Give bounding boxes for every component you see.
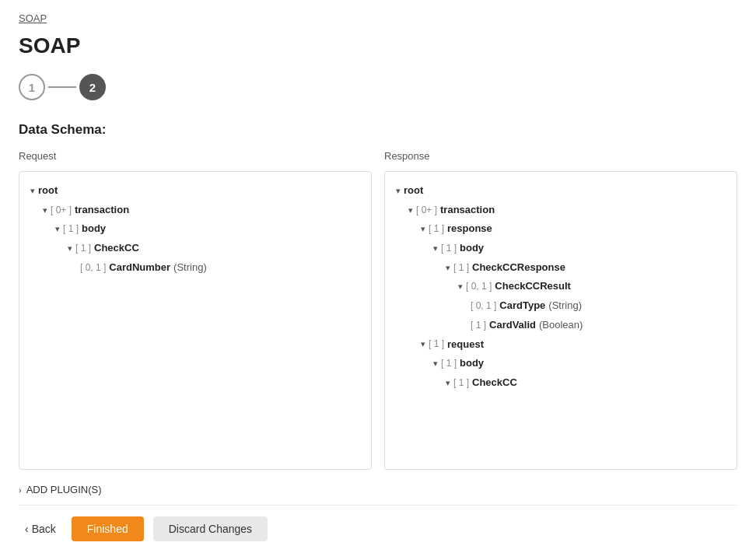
list-item: [ 0, 1 ] CardNumber (String) bbox=[30, 258, 360, 278]
node-label: CardNumber bbox=[109, 258, 170, 278]
request-panel: ▾ root ▾ [ 0+ ] transaction ▾ [ 1 ] body bbox=[19, 171, 372, 470]
bracket-label: [ 1 ] bbox=[453, 259, 469, 277]
list-item: ▾ [ 1 ] CheckCC bbox=[30, 239, 360, 258]
type-label: (String) bbox=[548, 296, 582, 316]
node-label: CheckCC bbox=[472, 373, 517, 393]
chevron-down-icon[interactable]: ▾ bbox=[408, 202, 413, 219]
chevron-right-icon: › bbox=[19, 485, 22, 495]
bracket-label: [ 0, 1 ] bbox=[471, 297, 496, 315]
bracket-label: [ 1 ] bbox=[429, 335, 444, 353]
node-label: root bbox=[404, 181, 423, 201]
chevron-down-icon[interactable]: ▾ bbox=[43, 202, 47, 219]
back-label: Back bbox=[32, 523, 56, 535]
bottom-bar: ‹ Back Finished Discard Changes bbox=[19, 505, 737, 548]
back-chevron-icon: ‹ bbox=[25, 523, 29, 535]
chevron-down-icon[interactable]: ▾ bbox=[396, 183, 401, 199]
type-label: (String) bbox=[173, 258, 207, 278]
bracket-label: [ 1 ] bbox=[471, 317, 486, 334]
node-label: transaction bbox=[440, 201, 495, 220]
back-button[interactable]: ‹ Back bbox=[19, 523, 62, 535]
list-item: ▾ [ 1 ] body bbox=[396, 354, 726, 373]
list-item: [ 1 ] CardValid (Boolean) bbox=[396, 316, 726, 335]
chevron-down-icon[interactable]: ▾ bbox=[421, 336, 425, 352]
chevron-down-icon[interactable]: ▾ bbox=[446, 260, 450, 276]
request-panel-label: Request bbox=[19, 150, 372, 162]
steps-row: 1 2 bbox=[19, 74, 737, 100]
step-2[interactable]: 2 bbox=[79, 74, 106, 100]
response-panel-wrapper: Response ▾ root ▾ [ 0+ ] transaction ▾ [… bbox=[384, 150, 737, 470]
page-container: SOAP SOAP 1 2 Data Schema: Request ▾ roo… bbox=[0, 0, 756, 560]
section-heading: Data Schema: bbox=[19, 122, 737, 138]
node-label: root bbox=[38, 181, 58, 201]
bracket-label: [ 1 ] bbox=[441, 240, 457, 257]
node-label: request bbox=[447, 335, 484, 355]
node-label: CardValid bbox=[489, 316, 536, 335]
bracket-label: [ 1 ] bbox=[63, 220, 79, 238]
list-item: ▾ root bbox=[30, 181, 360, 201]
node-label: transaction bbox=[75, 201, 129, 220]
chevron-down-icon[interactable]: ▾ bbox=[433, 355, 438, 372]
request-panel-wrapper: Request ▾ root ▾ [ 0+ ] transaction ▾ [ … bbox=[19, 150, 372, 470]
bracket-label: [ 0+ ] bbox=[51, 201, 72, 219]
bracket-label: [ 1 ] bbox=[429, 220, 444, 238]
discard-button[interactable]: Discard Changes bbox=[153, 516, 268, 541]
schema-panels: Request ▾ root ▾ [ 0+ ] transaction ▾ [ … bbox=[19, 150, 737, 470]
node-label: body bbox=[460, 239, 484, 258]
node-label: body bbox=[82, 219, 106, 239]
step-1[interactable]: 1 bbox=[19, 74, 45, 100]
node-label: CheckCC bbox=[94, 239, 139, 258]
chevron-down-icon[interactable]: ▾ bbox=[433, 240, 438, 257]
add-plugin-label: ADD PLUGIN(S) bbox=[26, 484, 102, 495]
response-panel: ▾ root ▾ [ 0+ ] transaction ▾ [ 1 ] resp… bbox=[384, 171, 737, 470]
chevron-down-icon[interactable]: ▾ bbox=[446, 375, 450, 391]
bracket-label: [ 0, 1 ] bbox=[80, 259, 106, 277]
list-item: ▾ [ 0+ ] transaction bbox=[30, 201, 360, 220]
list-item: ▾ root bbox=[396, 181, 726, 201]
bracket-label: [ 1 ] bbox=[441, 355, 457, 373]
breadcrumb[interactable]: SOAP bbox=[19, 12, 737, 24]
chevron-down-icon[interactable]: ▾ bbox=[55, 221, 60, 237]
request-tree: ▾ root ▾ [ 0+ ] transaction ▾ [ 1 ] body bbox=[19, 172, 371, 286]
chevron-down-icon[interactable]: ▾ bbox=[68, 240, 72, 257]
list-item: ▾ [ 1 ] CheckCC bbox=[396, 373, 726, 393]
bracket-label: [ 0, 1 ] bbox=[466, 278, 492, 296]
list-item: ▾ [ 1 ] request bbox=[396, 335, 726, 355]
type-label: (Boolean) bbox=[539, 316, 583, 335]
node-label: CheckCCResult bbox=[495, 277, 571, 296]
add-plugin-row[interactable]: › ADD PLUGIN(S) bbox=[19, 484, 737, 495]
chevron-down-icon[interactable]: ▾ bbox=[421, 221, 425, 237]
bracket-label: [ 1 ] bbox=[453, 374, 469, 392]
step-1-label: 1 bbox=[29, 81, 35, 94]
list-item: ▾ [ 1 ] CheckCCResponse bbox=[396, 258, 726, 278]
list-item: ▾ [ 0, 1 ] CheckCCResult bbox=[396, 277, 726, 296]
bracket-label: [ 1 ] bbox=[75, 240, 91, 257]
node-label: response bbox=[447, 219, 492, 239]
list-item: [ 0, 1 ] CardType (String) bbox=[396, 296, 726, 316]
response-panel-label: Response bbox=[384, 150, 737, 162]
node-label: body bbox=[460, 354, 484, 373]
list-item: ▾ [ 0+ ] transaction bbox=[396, 201, 726, 220]
step-connector bbox=[48, 86, 76, 88]
finished-button[interactable]: Finished bbox=[72, 516, 144, 541]
node-label: CheckCCResponse bbox=[472, 258, 565, 278]
response-tree: ▾ root ▾ [ 0+ ] transaction ▾ [ 1 ] resp… bbox=[385, 172, 737, 397]
list-item: ▾ [ 1 ] body bbox=[30, 219, 360, 239]
step-2-label: 2 bbox=[89, 81, 96, 94]
page-title: SOAP bbox=[19, 33, 737, 58]
list-item: ▾ [ 1 ] response bbox=[396, 219, 726, 239]
bracket-label: [ 0+ ] bbox=[416, 201, 437, 219]
list-item: ▾ [ 1 ] body bbox=[396, 239, 726, 258]
node-label: CardType bbox=[499, 296, 545, 316]
chevron-down-icon[interactable]: ▾ bbox=[30, 183, 35, 199]
chevron-down-icon[interactable]: ▾ bbox=[458, 278, 463, 295]
